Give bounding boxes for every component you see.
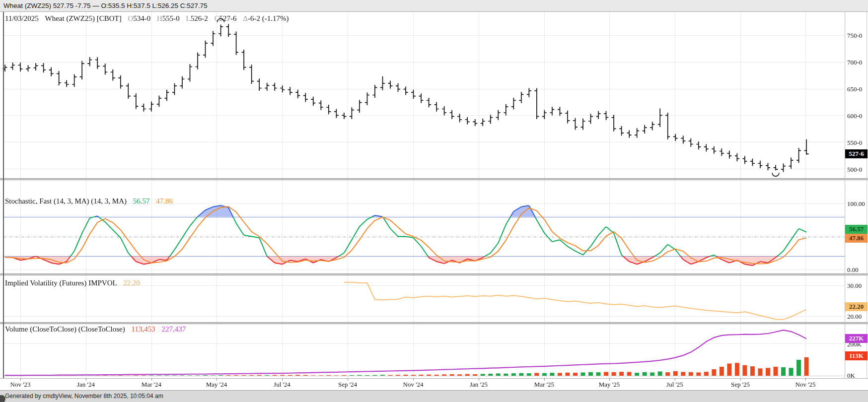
- stochastic-axis-bottom: 0.00: [847, 266, 867, 274]
- volume-red-value: 113,453: [132, 325, 155, 333]
- price-axis-tick: 550-0: [847, 139, 867, 147]
- open-label: O: [128, 14, 133, 22]
- stochastic-k-value: 56.57: [133, 197, 150, 205]
- x-axis-label: Nov '23: [0, 381, 41, 389]
- implied-volatility-legend: Implied Volatility (Futures) IMPVOL 22.2…: [5, 279, 140, 287]
- stochastic-d-badge: 47.86: [845, 234, 868, 243]
- iv-axis-top: 30.00: [847, 282, 867, 290]
- x-axis-label: May '25: [588, 381, 630, 389]
- change-label: Δ: [243, 14, 248, 22]
- title-text: Wheat (ZWZ25) 527.75 -7.75 — O:535.5 H:5…: [3, 2, 207, 9]
- x-axis-label: Sep '24: [327, 381, 368, 389]
- footer-text: Generated by cmdtyView, November 8th 202…: [5, 393, 163, 400]
- close-value: 527-6: [219, 14, 237, 22]
- price-axis-tick: 750-0: [847, 32, 867, 40]
- stochastic-title: Stochastic, Fast (14, 3, MA) (14, 3, MA): [5, 197, 127, 205]
- volume-purple-badge: 227K: [845, 334, 868, 343]
- implied-volatility-value: 22.20: [123, 279, 140, 287]
- stochastic-k-badge: 56.57: [845, 225, 868, 234]
- price-axis-tick: 500-0: [847, 166, 867, 174]
- high-value: 555-0: [162, 14, 180, 22]
- low-label: L: [186, 14, 191, 22]
- close-label: C: [215, 14, 219, 22]
- x-axis-label: Mar '25: [523, 381, 565, 389]
- volume-legend: Volume (CloseToClose) (CloseToClose) 113…: [5, 325, 186, 334]
- high-label: H: [157, 14, 162, 22]
- x-axis-label: Jan '24: [65, 381, 107, 389]
- price-legend: 11/03/2025 Wheat (ZWZ25) [CBOT] O534-0 H…: [5, 14, 289, 23]
- change-value: -6-2 (-1.17%): [248, 14, 289, 22]
- x-axis-label: Mar '24: [131, 381, 172, 389]
- footer-bar: Generated by cmdtyView, November 8th 202…: [0, 390, 868, 402]
- implied-volatility-badge: 22.20: [845, 302, 868, 311]
- x-axis-label: Jan '25: [458, 381, 500, 389]
- x-axis-label: Sep '25: [720, 381, 761, 389]
- price-axis-tick: 650-0: [847, 85, 867, 93]
- iv-axis-bottom: 20.00: [847, 313, 867, 321]
- chart-application: Wheat (ZWZ25) 527.75 -7.75 — O:535.5 H:5…: [0, 0, 868, 402]
- last-price-badge: 527-6: [845, 149, 868, 158]
- low-value: 526-2: [191, 14, 208, 22]
- volume-axis-bottom: 0K: [847, 372, 867, 380]
- x-axis-label: Nov '24: [392, 381, 434, 389]
- implied-volatility-title: Implied Volatility (Futures) IMPVOL: [5, 279, 117, 287]
- stochastic-d-value: 47.86: [156, 197, 173, 205]
- legend-date: 11/03/2025: [5, 14, 39, 22]
- x-axis-label: Jul '25: [654, 381, 696, 389]
- stochastic-axis-top: 100.00: [847, 200, 867, 208]
- x-axis-label: Jul '24: [261, 381, 303, 389]
- price-axis-tick: 600-0: [847, 112, 867, 120]
- x-axis-label: Nov '25: [785, 381, 826, 389]
- title-bar: Wheat (ZWZ25) 527.75 -7.75 — O:535.5 H:5…: [0, 0, 868, 12]
- volume-title: Volume (CloseToClose) (CloseToClose): [5, 325, 125, 333]
- x-axis-label: May '24: [196, 381, 237, 389]
- legend-symbol: Wheat (ZWZ25) [CBOT]: [45, 14, 122, 22]
- open-value: 534-0: [133, 14, 150, 22]
- stochastic-legend: Stochastic, Fast (14, 3, MA) (14, 3, MA)…: [5, 197, 173, 205]
- price-axis-tick: 700-0: [847, 59, 867, 67]
- volume-red-badge: 113K: [845, 351, 868, 360]
- volume-purple-value: 227,437: [161, 325, 186, 333]
